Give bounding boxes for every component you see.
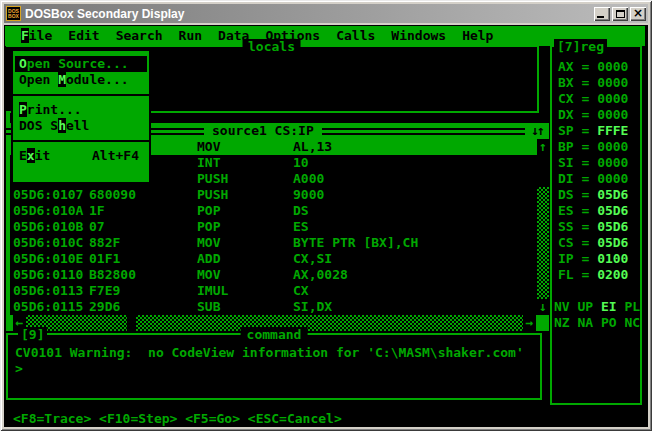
titlebar[interactable]: DOS BOX DOSBox Secondary Display × — [4, 4, 648, 23]
disasm-operands: CX,SI — [293, 251, 332, 267]
disasm-row[interactable]: 05D6:0110B82800MOVAX,0028 — [6, 267, 549, 283]
scroll-up-button[interactable]: ↑ — [537, 139, 549, 155]
disasm-operands: SI,DX — [293, 299, 332, 315]
flag-na: NA — [577, 315, 593, 330]
maximize-button[interactable] — [612, 7, 628, 21]
file-menu-item-exit[interactable]: ExitAlt+F4 — [15, 148, 147, 164]
flag-up: UP — [577, 299, 593, 314]
close-button[interactable]: × — [630, 7, 646, 21]
scroll-right-button[interactable]: → — [523, 315, 536, 331]
register-bx: BX = 0000 — [552, 75, 640, 91]
disasm-mnemonic: PUSH — [197, 187, 228, 203]
hotkey-letter: P — [19, 102, 27, 117]
hotkey-letter: M — [58, 72, 66, 87]
register-ip: IP = 0100 — [552, 251, 640, 267]
disasm-address: 05D6:010B — [13, 219, 83, 235]
register-si: SI = 0000 — [552, 155, 640, 171]
disasm-address: 05D6:0107 — [13, 187, 83, 203]
vertical-scrollbar-track[interactable] — [537, 187, 549, 299]
disasm-operands: BYTE PTR [BX],CH — [293, 235, 418, 251]
menu-item-label: Print... — [19, 102, 82, 117]
dos-screen: FileEditSearchRunDataOptionsCallsWindows… — [4, 25, 648, 427]
scroll-down-icon: ↓ — [539, 299, 547, 314]
disasm-row[interactable]: 05D6:010A1FPOPDS — [6, 203, 549, 219]
menu-item-label: Open Module... — [19, 72, 129, 87]
register-value: 05D6 — [597, 235, 628, 250]
file-menu-item-open-source[interactable]: Open Source... — [15, 56, 147, 72]
disasm-operands: 9000 — [293, 187, 324, 203]
disasm-row[interactable]: 05D6:011529D6SUBSI,DX — [6, 299, 549, 315]
disasm-bytes: 01F1 — [89, 251, 120, 267]
horizontal-scrollbar-track[interactable] — [136, 315, 523, 331]
disasm-operands: A000 — [293, 171, 324, 187]
flag-nz: NZ — [554, 315, 570, 330]
disasm-operands: DS — [293, 203, 309, 219]
disasm-row[interactable]: 05D6:010E01F1ADDCX,SI — [6, 251, 549, 267]
disasm-row[interactable]: 05D6:010B07POPES — [6, 219, 549, 235]
file-menu-item-print[interactable]: Print... — [15, 102, 147, 118]
disasm-row[interactable]: 05D6:0107680090PUSH9000 — [6, 187, 549, 203]
menu-separator — [13, 140, 149, 142]
register-value: 0000 — [597, 75, 628, 90]
register-list: AX = 0000BX = 0000CX = 0000DX = 0000SP =… — [552, 47, 640, 283]
menu-item-label: Open Source... — [19, 56, 129, 71]
menu-item-run[interactable]: Run — [179, 28, 202, 44]
source-window-title: source1 CS:IP — [204, 123, 322, 139]
menu-item-search[interactable]: Search — [116, 28, 163, 44]
dosbox-logo-icon: DOS BOX — [6, 6, 21, 21]
menu-shortcut: Alt+F4 — [92, 148, 139, 164]
command-window[interactable]: [9] command CV0101 Warning: no CodeView … — [6, 333, 542, 400]
scroll-updown-icon[interactable]: ↓↑ — [525, 123, 549, 139]
status-bar: <F8=Trace> <F10=Step> <F5=Go> <ESC=Cance… — [13, 411, 342, 427]
cpu-flags-row: NV UP EI PL — [554, 299, 640, 315]
titlebar-line — [322, 128, 525, 135]
menu-item-calls[interactable]: Calls — [336, 28, 375, 44]
register-value: 0000 — [597, 171, 628, 186]
menu-item-windows[interactable]: Windows — [391, 28, 446, 44]
disasm-bytes: 29D6 — [89, 299, 120, 315]
registers-window[interactable]: [7]reg AX = 0000BX = 0000CX = 0000DX = 0… — [550, 45, 642, 405]
disasm-mnemonic: INT — [197, 155, 220, 171]
menu-item-label: DOS Shell — [19, 118, 89, 133]
horizontal-scrollbar-thumb[interactable] — [127, 315, 136, 331]
disasm-mnemonic: MOV — [197, 139, 220, 155]
disasm-bytes: 07 — [89, 219, 105, 235]
register-value: 05D6 — [597, 219, 628, 234]
menu-item-edit[interactable]: Edit — [68, 28, 99, 44]
menu-item-help[interactable]: Help — [462, 28, 493, 44]
cpu-flags-row: NZ NA PO NC — [554, 315, 640, 331]
scrollbar-corner — [536, 315, 549, 331]
register-value: 0000 — [597, 139, 628, 154]
register-value: 0000 — [597, 91, 628, 106]
file-menu-item-open-module[interactable]: Open Module... — [15, 72, 147, 88]
scroll-down-button[interactable]: ↓ — [537, 299, 549, 315]
flag-ei: EI — [601, 299, 617, 314]
register-sp: SP = FFFE — [552, 123, 640, 139]
disasm-mnemonic: POP — [197, 203, 220, 219]
disasm-mnemonic: SUB — [197, 299, 220, 315]
file-menu: Open Source...Open Module...Print...DOS … — [11, 49, 151, 184]
disasm-address: 05D6:010C — [13, 235, 83, 251]
register-cx: CX = 0000 — [552, 91, 640, 107]
flag-po: PO — [601, 315, 617, 330]
close-icon: × — [633, 7, 643, 19]
registers-window-title: [7]reg — [554, 39, 607, 55]
menu-bar: FileEditSearchRunDataOptionsCallsWindows… — [5, 26, 645, 46]
disasm-operands: AX,0028 — [293, 267, 348, 283]
register-value: FFFE — [597, 123, 628, 138]
disasm-mnemonic: IMUL — [197, 283, 228, 299]
disasm-row[interactable]: 05D6:010C882FMOVBYTE PTR [BX],CH — [6, 235, 549, 251]
register-ss: SS = 05D6 — [552, 219, 640, 235]
logo-text-bottom: BOX — [8, 14, 19, 19]
disasm-address: 05D6:0113 — [13, 283, 83, 299]
disasm-row[interactable]: 05D6:0113F7E9IMULCX — [6, 283, 549, 299]
hotkey-letter: h — [58, 118, 66, 133]
register-ax: AX = 0000 — [552, 59, 640, 75]
menu-cursor: F — [21, 28, 29, 43]
minimize-button[interactable] — [594, 7, 610, 21]
command-line: CV0101 Warning: no CodeView information … — [15, 345, 540, 361]
file-menu-item-dos-shell[interactable]: DOS Shell — [15, 118, 147, 134]
disasm-address: 05D6:0110 — [13, 267, 83, 283]
menu-item-file[interactable]: File — [21, 28, 52, 44]
minimize-icon — [597, 16, 604, 18]
